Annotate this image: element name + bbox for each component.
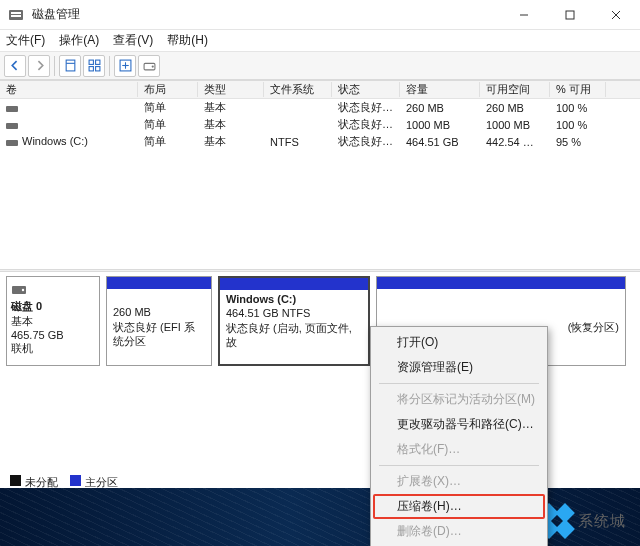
th-fs[interactable]: 文件系统 (264, 82, 332, 97)
partition-status: 状态良好 (EFI 系统分区 (113, 320, 205, 349)
minimize-button[interactable] (502, 0, 546, 29)
table-row[interactable]: Windows (C:) 简单 基本 NTFS 状态良好 (… 464.51 G… (0, 133, 640, 150)
toolbar-refresh-icon[interactable] (59, 55, 81, 77)
ctx-open[interactable]: 打开(O) (373, 330, 545, 355)
disk-type: 基本 (11, 314, 95, 329)
volume-icon (6, 138, 18, 148)
menu-file[interactable]: 文件(F) (6, 32, 45, 49)
svg-rect-7 (66, 60, 75, 71)
partition-bar (107, 277, 211, 289)
svg-rect-9 (89, 60, 93, 64)
volume-table: 卷 布局 类型 文件系统 状态 容量 可用空间 % 可用 简单 基本 状态良好 … (0, 80, 640, 269)
svg-rect-11 (89, 67, 93, 71)
ctx-explorer[interactable]: 资源管理器(E) (373, 355, 545, 380)
maximize-button[interactable] (548, 0, 592, 29)
table-body: 简单 基本 状态良好 (… 260 MB 260 MB 100 % 简单 基本 … (0, 99, 640, 269)
toolbar-help-icon[interactable] (114, 55, 136, 77)
volume-icon (6, 104, 18, 114)
toolbar-separator (54, 56, 55, 76)
watermark-text: 系统城 (578, 512, 626, 531)
partition-bar (377, 277, 625, 289)
svg-rect-4 (566, 11, 574, 19)
partition-efi[interactable]: 260 MB 状态良好 (EFI 系统分区 (106, 276, 212, 366)
ctx-shrink[interactable]: 压缩卷(H)… (373, 494, 545, 519)
toolbar-disk-icon[interactable] (138, 55, 160, 77)
toolbar-list-icon[interactable] (83, 55, 105, 77)
toolbar (0, 52, 640, 80)
menubar: 文件(F) 操作(A) 查看(V) 帮助(H) (0, 30, 640, 52)
partition-size: 464.51 GB NTFS (226, 306, 362, 320)
partition-bar (220, 278, 368, 290)
volume-icon (6, 121, 18, 131)
svg-rect-18 (6, 106, 18, 112)
disk-header[interactable]: 磁盘 0 基本 465.75 GB 联机 (6, 276, 100, 366)
partition-windows[interactable]: Windows (C:) 464.51 GB NTFS 状态良好 (启动, 页面… (218, 276, 370, 366)
ctx-change-drive[interactable]: 更改驱动器号和路径(C)… (373, 412, 545, 437)
window-title: 磁盘管理 (32, 6, 502, 23)
menu-action[interactable]: 操作(A) (59, 32, 99, 49)
watermark: 系统城 (542, 506, 626, 536)
th-type[interactable]: 类型 (198, 82, 264, 97)
th-layout[interactable]: 布局 (138, 82, 198, 97)
ctx-mark-active: 将分区标记为活动分区(M) (373, 387, 545, 412)
toolbar-forward-icon[interactable] (28, 55, 50, 77)
ctx-format: 格式化(F)… (373, 437, 545, 462)
svg-rect-20 (6, 140, 18, 146)
partition-title: Windows (C:) (226, 292, 362, 306)
ctx-separator (379, 383, 539, 384)
menu-view[interactable]: 查看(V) (113, 32, 153, 49)
svg-rect-2 (11, 15, 21, 17)
table-row[interactable]: 简单 基本 状态良好 (… 1000 MB 1000 MB 100 % (0, 116, 640, 133)
window-controls (502, 0, 638, 29)
th-pct[interactable]: % 可用 (550, 82, 606, 97)
toolbar-separator (109, 56, 110, 76)
context-menu: 打开(O) 资源管理器(E) 将分区标记为活动分区(M) 更改驱动器号和路径(C… (370, 326, 548, 546)
app-icon (8, 7, 24, 23)
partition-status: 状态良好 (启动, 页面文件, 故 (226, 321, 362, 350)
th-volume[interactable]: 卷 (0, 82, 138, 97)
svg-point-22 (22, 289, 24, 291)
close-button[interactable] (594, 0, 638, 29)
ctx-delete: 删除卷(D)… (373, 519, 545, 544)
ctx-separator (379, 465, 539, 466)
disk-icon (11, 281, 27, 297)
toolbar-back-icon[interactable] (4, 55, 26, 77)
svg-rect-12 (95, 67, 99, 71)
disk-name: 磁盘 0 (11, 299, 95, 314)
disk-status: 联机 (11, 341, 95, 356)
svg-rect-10 (95, 60, 99, 64)
th-capacity[interactable]: 容量 (400, 82, 480, 97)
partition-size: 260 MB (113, 305, 205, 319)
svg-rect-1 (11, 12, 21, 14)
titlebar: 磁盘管理 (0, 0, 640, 30)
ctx-extend: 扩展卷(X)… (373, 469, 545, 494)
table-row[interactable]: 简单 基本 状态良好 (… 260 MB 260 MB 100 % (0, 99, 640, 116)
disk-size: 465.75 GB (11, 329, 95, 341)
svg-rect-19 (6, 123, 18, 129)
table-header: 卷 布局 类型 文件系统 状态 容量 可用空间 % 可用 (0, 81, 640, 99)
th-status[interactable]: 状态 (332, 82, 400, 97)
th-free[interactable]: 可用空间 (480, 82, 550, 97)
menu-help[interactable]: 帮助(H) (167, 32, 208, 49)
svg-point-17 (151, 66, 153, 68)
